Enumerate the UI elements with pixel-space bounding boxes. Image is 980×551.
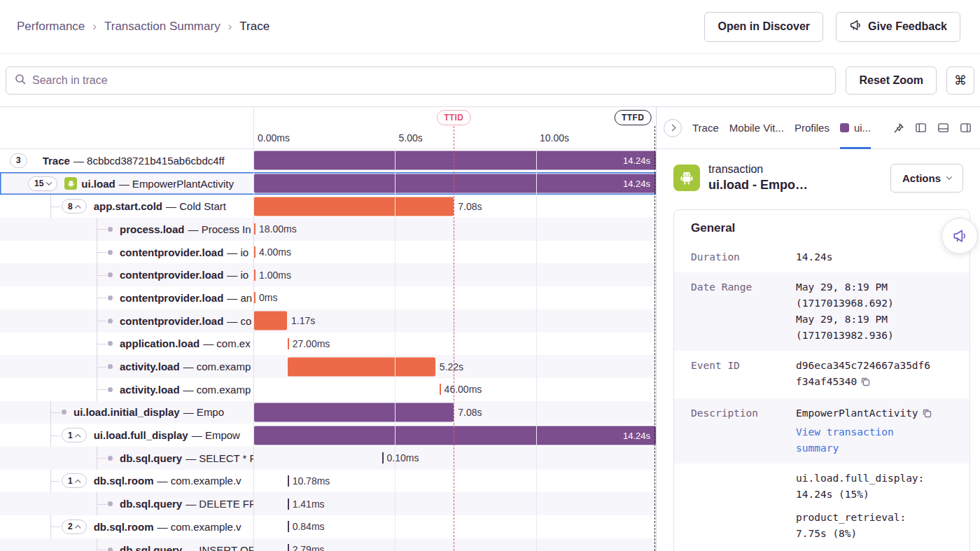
- span-row[interactable]: process.load — Process In 18.00ms: [0, 218, 656, 241]
- span-row[interactable]: contentprovider.load — io 1.00ms: [0, 263, 656, 286]
- span-name-cell[interactable]: contentprovider.load — an: [0, 286, 254, 309]
- give-feedback-button[interactable]: Give Feedback: [836, 12, 960, 42]
- span-name-cell[interactable]: 15 ui.load — EmpowerPlantActivity: [0, 172, 254, 195]
- span-row[interactable]: application.load — com.ex 27.00ms: [0, 333, 656, 356]
- span-duration-bar[interactable]: [440, 384, 441, 395]
- search-box[interactable]: [6, 67, 836, 95]
- span-bar-cell[interactable]: 4.00ms: [254, 241, 656, 264]
- breadcrumb-transaction-summary[interactable]: Transaction Summary: [104, 20, 220, 34]
- layout-sidebar-left-button[interactable]: [915, 122, 927, 134]
- span-duration-bar[interactable]: 14.24s: [254, 426, 656, 445]
- span-bar-cell[interactable]: 46.00ms: [254, 378, 656, 401]
- span-bar-cell[interactable]: 2.79ms: [254, 538, 656, 551]
- span-name-cell[interactable]: contentprovider.load — io: [0, 263, 254, 286]
- span-row[interactable]: 1 db.sql.room — com.example.v 10.78ms: [0, 470, 656, 493]
- span-duration-bar[interactable]: [382, 452, 384, 463]
- span-row[interactable]: db.sql.query — DELETE FR 1.41ms: [0, 492, 656, 515]
- span-name-cell[interactable]: ui.load.initial_display — Empo: [0, 401, 254, 424]
- span-row[interactable]: db.sql.query — SELECT * F 0.10ms: [0, 447, 656, 470]
- reset-zoom-button[interactable]: Reset Zoom: [846, 67, 937, 95]
- span-duration-bar[interactable]: [288, 544, 289, 551]
- span-children-badge[interactable]: 3: [10, 153, 27, 168]
- span-bar-cell[interactable]: 14.24s: [254, 149, 656, 172]
- span-name-cell[interactable]: 2 db.sql.room — com.example.v: [0, 515, 254, 538]
- span-row[interactable]: contentprovider.load — co 1.17s: [0, 309, 656, 333]
- span-bar-cell[interactable]: 1.00ms: [254, 263, 656, 286]
- open-in-discover-button[interactable]: Open in Discover: [704, 12, 823, 42]
- span-row[interactable]: contentprovider.load — an 0ms: [0, 286, 656, 309]
- span-bar-cell[interactable]: 14.24s: [254, 172, 656, 195]
- span-bar-cell[interactable]: 18.00ms: [254, 218, 656, 241]
- copy-icon[interactable]: [860, 377, 870, 389]
- span-duration-bar[interactable]: [254, 403, 454, 421]
- tab-trace[interactable]: Trace: [692, 107, 719, 148]
- span-duration-bar[interactable]: [254, 312, 287, 330]
- span-duration-bar[interactable]: [288, 475, 289, 487]
- span-name-cell[interactable]: db.sql.query — DELETE FR: [0, 492, 254, 515]
- span-bar-cell[interactable]: 0ms: [254, 286, 656, 309]
- span-row[interactable]: 8 app.start.cold — Cold Start 7.08s: [0, 195, 656, 218]
- span-duration-bar[interactable]: [288, 521, 289, 532]
- span-row[interactable]: 2 db.sql.room — com.example.v 0.84ms: [0, 515, 656, 538]
- span-row[interactable]: 15 ui.load — EmpowerPlantActivity 14.24s: [0, 172, 656, 195]
- breadcrumb-performance[interactable]: Performance: [17, 20, 85, 34]
- span-name-cell[interactable]: activity.load — com.examp: [0, 378, 254, 401]
- span-name-cell[interactable]: 3 Trace — 8cbbcd38721b415ab6cbdc4ff: [0, 149, 254, 172]
- span-bar-cell[interactable]: 0.10ms: [254, 447, 656, 470]
- span-bar-cell[interactable]: 0.84ms: [254, 515, 656, 538]
- span-row[interactable]: activity.load — com.examp 46.00ms: [0, 378, 656, 401]
- span-name-cell[interactable]: 1 db.sql.room — com.example.v: [0, 470, 254, 493]
- span-row[interactable]: ui.load.initial_display — Empo 7.08s: [0, 401, 656, 424]
- span-name-cell[interactable]: application.load — com.ex: [0, 333, 254, 356]
- span-name-cell[interactable]: contentprovider.load — co: [0, 309, 254, 333]
- span-row[interactable]: contentprovider.load — io 4.00ms: [0, 241, 656, 264]
- span-bar-cell[interactable]: 10.78ms: [254, 470, 656, 493]
- view-transaction-summary-link[interactable]: View transaction summary: [796, 424, 934, 456]
- shortcut-command-button[interactable]: ⌘: [946, 67, 974, 95]
- span-name-cell[interactable]: activity.load — com.examp: [0, 355, 254, 378]
- copy-icon[interactable]: [922, 409, 932, 420]
- span-bar-cell[interactable]: 1.17s: [254, 309, 656, 333]
- span-duration-bar[interactable]: [288, 357, 435, 376]
- span-children-badge[interactable]: 2: [62, 519, 87, 534]
- span-bar-cell[interactable]: 7.08s: [254, 401, 656, 424]
- span-duration-bar[interactable]: 14.24s: [254, 174, 656, 193]
- layout-sidebar-right-button[interactable]: [960, 122, 972, 134]
- tab-mobile-vitals[interactable]: Mobile Vit...: [729, 107, 784, 148]
- tab-profiles[interactable]: Profiles: [794, 107, 830, 148]
- span-name-cell[interactable]: db.sql.query — SELECT * F: [0, 447, 254, 470]
- search-in-trace-input[interactable]: [32, 74, 827, 87]
- span-bar-cell[interactable]: 14.24s: [254, 424, 656, 447]
- span-name-cell[interactable]: 8 app.start.cold — Cold Start: [0, 195, 254, 218]
- span-children-badge[interactable]: 15: [28, 176, 57, 191]
- feedback-fab-button[interactable]: [941, 218, 978, 254]
- collapse-drawer-button[interactable]: [664, 119, 682, 137]
- span-duration-bar[interactable]: [254, 223, 255, 235]
- span-duration-bar[interactable]: [288, 338, 289, 349]
- pin-tab-button[interactable]: [893, 123, 904, 134]
- span-bar-cell[interactable]: 7.08s: [254, 195, 656, 218]
- span-row[interactable]: activity.load — com.examp 5.22s: [0, 355, 656, 378]
- span-name-cell[interactable]: process.load — Process In: [0, 218, 254, 241]
- span-row[interactable]: 1 ui.load.full_display — Empow 14.24s: [0, 424, 656, 447]
- span-bar-cell[interactable]: 1.41ms: [254, 492, 656, 515]
- span-bar-cell[interactable]: 5.22s: [254, 355, 656, 378]
- span-duration-bar[interactable]: [288, 498, 289, 510]
- span-duration-bar[interactable]: 14.24s: [254, 151, 656, 170]
- span-duration-bar[interactable]: [254, 197, 454, 216]
- tab-ui-load-active[interactable]: ui...: [840, 107, 871, 148]
- span-duration-bar[interactable]: [254, 270, 255, 281]
- span-children-badge[interactable]: 8: [62, 199, 87, 214]
- span-name-cell[interactable]: db.sql.query — INSERT OR: [0, 538, 254, 551]
- span-bar-cell[interactable]: 27.00ms: [254, 333, 656, 356]
- layout-bottom-button[interactable]: [937, 122, 949, 134]
- span-name-cell[interactable]: 1 ui.load.full_display — Empow: [0, 424, 254, 447]
- span-duration-bar[interactable]: [254, 292, 255, 303]
- span-duration-bar[interactable]: [254, 246, 255, 258]
- span-children-badge[interactable]: 1: [62, 473, 87, 488]
- span-row[interactable]: db.sql.query — INSERT OR 2.79ms: [0, 538, 656, 551]
- span-children-badge[interactable]: 1: [62, 428, 87, 442]
- span-name-cell[interactable]: contentprovider.load — io: [0, 241, 254, 264]
- actions-button[interactable]: Actions: [890, 164, 963, 193]
- span-row[interactable]: 3 Trace — 8cbbcd38721b415ab6cbdc4ff 14.2…: [0, 149, 656, 172]
